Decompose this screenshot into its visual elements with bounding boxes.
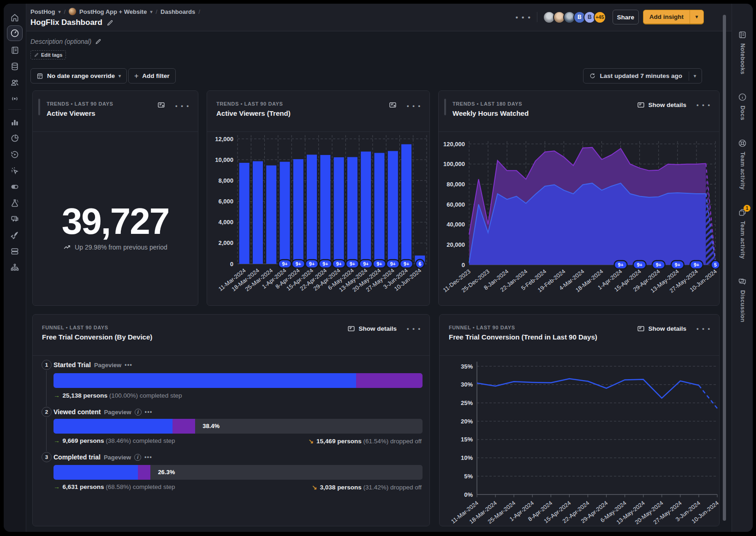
svg-text:2,000: 2,000 bbox=[218, 239, 233, 246]
web-analytics-icon[interactable] bbox=[7, 131, 23, 146]
bar-chart[interactable]: 02,0004,0006,0008,00010,00012,00011-Mar-… bbox=[207, 91, 430, 306]
drag-handle[interactable] bbox=[38, 99, 40, 115]
funnel-bar[interactable]: 38.4% bbox=[54, 419, 423, 434]
svg-text:9+: 9+ bbox=[694, 262, 699, 268]
step-event: Pageview bbox=[104, 454, 131, 461]
svg-text:0%: 0% bbox=[464, 491, 473, 498]
svg-text:4,000: 4,000 bbox=[218, 219, 233, 226]
add-to-notebook-icon[interactable] bbox=[157, 101, 165, 111]
refresh-status-button[interactable]: Last updated 7 minutes ago ▾ bbox=[583, 68, 702, 83]
breadcrumb-project[interactable]: PostHog bbox=[30, 8, 55, 15]
funnel-step-stats: →6,631 persons (68.58%) completed step ↘… bbox=[54, 483, 422, 492]
pipeline-icon[interactable] bbox=[7, 260, 23, 275]
database-icon[interactable] bbox=[7, 59, 23, 74]
svg-text:9+: 9+ bbox=[282, 261, 288, 267]
funnel-step-label[interactable]: Viewed content Pageview i ••• bbox=[54, 407, 153, 417]
dropped-stat[interactable]: ↘15,469 persons (61.54%) dropped off bbox=[309, 437, 422, 446]
date-range-label: No date range override bbox=[47, 72, 115, 79]
persons-icon[interactable] bbox=[7, 75, 23, 90]
breadcrumb-app[interactable]: PostHog App + Website bbox=[79, 8, 147, 15]
step-more-menu[interactable]: ••• bbox=[144, 454, 152, 460]
activity-icon[interactable] bbox=[7, 91, 23, 107]
area-chart[interactable]: 020,00040,00060,00080,000100,000120,0001… bbox=[439, 91, 720, 306]
funnel-segment-purple[interactable] bbox=[173, 419, 196, 434]
description-field[interactable]: Description (optional) bbox=[30, 38, 101, 45]
date-range-filter[interactable]: No date range override ▾ bbox=[30, 68, 127, 83]
svg-text:9+: 9+ bbox=[322, 261, 328, 267]
info-icon[interactable]: i bbox=[134, 454, 141, 461]
breadcrumb-separator: / bbox=[198, 8, 200, 15]
chevron-down-icon[interactable]: ▼ bbox=[690, 10, 703, 24]
svg-text:9+: 9+ bbox=[336, 261, 342, 267]
add-insight-button[interactable]: Add insight ▼ bbox=[643, 10, 704, 24]
page-title: HogFlix Dashboard bbox=[30, 18, 113, 27]
funnel-step-stats: →25,138 persons (100.00%) completed step bbox=[54, 392, 422, 400]
svg-text:9+: 9+ bbox=[377, 261, 382, 267]
card-title[interactable]: Free Trial Conversion (By Device) bbox=[42, 333, 152, 341]
step-more-menu[interactable]: ••• bbox=[125, 362, 132, 368]
svg-text:5: 5 bbox=[714, 262, 717, 268]
dropped-stat[interactable]: ↘3,038 persons (31.42%) dropped off bbox=[312, 483, 422, 492]
line-chart[interactable]: 0%5%10%15%20%25%30%35%11-Mar-202418-Mar-… bbox=[440, 315, 720, 527]
card-title[interactable]: Active Viewers bbox=[47, 109, 95, 117]
data-warehouse-icon[interactable] bbox=[7, 244, 23, 259]
step-event: Pageview bbox=[94, 362, 121, 369]
actions-icon[interactable] bbox=[7, 163, 23, 179]
early-access-icon[interactable] bbox=[7, 227, 23, 243]
completed-stat[interactable]: →25,138 persons (100.00%) completed step bbox=[54, 392, 182, 400]
product-analytics-icon[interactable] bbox=[7, 114, 23, 130]
edit-icon[interactable] bbox=[107, 19, 113, 26]
show-details-button[interactable]: Show details bbox=[347, 325, 397, 333]
breadcrumb: PostHog▾ / PostHog App + Website▾ / Dash… bbox=[30, 8, 200, 15]
completed-stat[interactable]: →9,669 persons (38.46%) completed step bbox=[54, 437, 175, 446]
scrollbar[interactable] bbox=[723, 15, 726, 521]
rail-docs[interactable]: Docs bbox=[738, 93, 747, 120]
card-divider bbox=[33, 355, 429, 356]
home-icon[interactable] bbox=[7, 10, 23, 25]
funnel-step-label[interactable]: Started Trial Pageview ••• bbox=[54, 360, 132, 370]
feature-flags-icon[interactable] bbox=[7, 179, 23, 195]
notebooks-icon[interactable] bbox=[7, 42, 23, 58]
svg-text:5%: 5% bbox=[464, 473, 473, 480]
edit-tags-button[interactable]: Edit tags bbox=[30, 50, 66, 60]
breadcrumb-separator: / bbox=[64, 8, 65, 15]
funnel-segment-blue[interactable] bbox=[54, 419, 173, 434]
info-icon[interactable]: i bbox=[135, 409, 142, 416]
rail-help[interactable]: Team activity bbox=[738, 139, 747, 190]
card-tag: TRENDS • LAST 90 DAYS bbox=[47, 101, 113, 107]
insight-card-active-viewers-trend[interactable]: TRENDS • LAST 90 DAYS Active Viewers (Tr… bbox=[207, 90, 430, 306]
insight-card-funnel-by-device[interactable]: FUNNEL • LAST 90 DAYS Free Trial Convers… bbox=[32, 314, 430, 526]
breadcrumb-section[interactable]: Dashboards bbox=[161, 8, 195, 15]
insight-card-active-viewers[interactable]: TRENDS • LAST 90 DAYS Active Viewers • •… bbox=[32, 90, 198, 306]
step-name: Viewed content bbox=[54, 408, 101, 416]
funnel-bar[interactable]: 26.3% bbox=[54, 465, 423, 480]
funnel-segment-purple[interactable] bbox=[138, 465, 150, 480]
surveys-icon[interactable] bbox=[7, 211, 23, 227]
add-filter-button[interactable]: + Add filter bbox=[128, 68, 176, 83]
card-more-menu[interactable]: • • • bbox=[407, 325, 421, 332]
step-event: Pageview bbox=[104, 409, 131, 416]
avatar-stack[interactable]: B B +45 bbox=[543, 11, 606, 24]
insight-card-weekly-hours[interactable]: TRENDS • LAST 180 DAYS Weekly Hours Watc… bbox=[438, 90, 720, 306]
app-window: Notebooks Docs Team activity 1 Team acti… bbox=[4, 4, 753, 532]
funnel-step-label[interactable]: Completed trial Pageview i ••• bbox=[54, 452, 152, 462]
step-more-menu[interactable]: ••• bbox=[145, 409, 153, 415]
chevron-down-icon[interactable]: ▾ bbox=[694, 73, 696, 78]
funnel-segment-blue[interactable] bbox=[54, 465, 138, 480]
card-more-menu[interactable]: • • • bbox=[175, 102, 190, 109]
insight-card-funnel-trend[interactable]: FUNNEL • LAST 90 DAYS Free Trial Convers… bbox=[439, 314, 720, 526]
funnel-segment-purple[interactable] bbox=[356, 373, 423, 388]
rail-discussion[interactable]: Discussion bbox=[738, 277, 747, 322]
rail-team-activity[interactable]: 1 Team activity bbox=[738, 208, 747, 259]
rail-notebooks[interactable]: Notebooks bbox=[738, 30, 747, 74]
funnel-bar[interactable] bbox=[54, 373, 423, 388]
completed-stat[interactable]: →6,631 persons (68.58%) completed step bbox=[54, 483, 175, 492]
more-menu[interactable]: • • • bbox=[516, 13, 531, 21]
dashboards-icon[interactable] bbox=[7, 25, 23, 41]
experiments-icon[interactable] bbox=[7, 195, 23, 211]
session-replay-icon[interactable] bbox=[7, 147, 23, 162]
add-filter-label: Add filter bbox=[142, 72, 169, 79]
share-button[interactable]: Share bbox=[613, 10, 639, 24]
funnel-segment-blue[interactable] bbox=[54, 373, 356, 388]
funnel-step-number: 3 bbox=[42, 452, 52, 462]
